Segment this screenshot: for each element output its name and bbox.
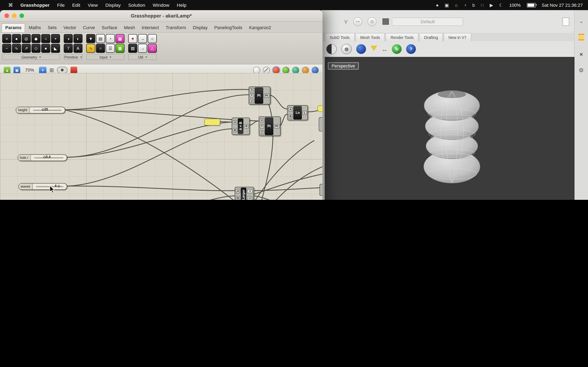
tab-panelingtools[interactable]: PanelingTools	[211, 24, 246, 32]
tab-display[interactable]: Display	[190, 24, 211, 32]
construct-point-component-1[interactable]: XYZ Pt Pt	[249, 86, 270, 104]
tab-new-in-v7[interactable]: New in V7	[444, 33, 471, 41]
group-label-primitive[interactable]: Primitive▾	[64, 54, 82, 60]
app-status-icon-4[interactable]: b	[472, 2, 475, 8]
close-panel-icon[interactable]: ×	[580, 51, 583, 57]
tab-params[interactable]: Params	[1, 23, 25, 32]
util-icon-5[interactable]: →	[138, 44, 147, 53]
larger-than-component[interactable]: AB Larger >>=	[235, 187, 254, 200]
tab-surface[interactable]: Surface	[98, 24, 121, 32]
line-component[interactable]: AB Ln L	[287, 105, 308, 120]
slider-waves[interactable]: waves 4 ◇	[18, 183, 67, 190]
tab-mesh[interactable]: Mesh	[121, 24, 138, 32]
target-circle-icon[interactable]: ◎	[368, 17, 377, 26]
close-window-button[interactable]	[4, 13, 9, 18]
geometry-icon-4[interactable]: ◆	[31, 34, 40, 43]
zoom-extents-icon[interactable]: ⊞	[49, 67, 54, 73]
geometry-icon-7[interactable]: ~	[2, 44, 11, 53]
menubar-clock[interactable]: Sat Nov 27 21:36:27	[542, 2, 583, 8]
save-file-icon[interactable]: ▣	[13, 67, 20, 73]
geometry-icon-3[interactable]: ◎	[22, 34, 31, 43]
input-icon-1[interactable]: ▼	[86, 34, 95, 43]
edge-component-partial[interactable]	[319, 117, 322, 132]
viewport-perspective[interactable]: Perspective	[325, 57, 575, 200]
util-icon-3[interactable]: ○	[148, 34, 157, 43]
input-icon-7[interactable]: ☰	[106, 44, 115, 53]
tab-subd-tools[interactable]: SubD Tools	[325, 33, 355, 41]
geometry-icon-12[interactable]: ◣	[51, 44, 60, 53]
selection-funnel-icon[interactable]	[371, 46, 377, 51]
gh-canvas[interactable]: height ◇25 hole r ◇5.4 waves 4 ◇ Num of …	[0, 73, 323, 200]
input-icon-5[interactable]: ∿	[86, 44, 95, 53]
rendered-sphere-icon[interactable]	[356, 44, 366, 54]
slider-hole-r[interactable]: hole r ◇5.4	[17, 154, 67, 161]
tab-mesh-tools[interactable]: Mesh Tools	[355, 33, 385, 41]
geometry-icon-2[interactable]: ●	[12, 34, 21, 43]
group-label-input[interactable]: Input▾	[86, 54, 124, 60]
play-status-icon[interactable]: ▶	[490, 2, 493, 8]
app-status-icon-2[interactable]: ⌂	[455, 2, 458, 8]
solver-green-icon[interactable]	[282, 67, 290, 74]
gear-icon[interactable]: ⚙	[579, 67, 584, 74]
tab-sets[interactable]: Sets	[44, 24, 60, 32]
menu-help[interactable]: Help	[177, 2, 186, 8]
solver-blue-icon[interactable]	[311, 67, 319, 74]
zoom-level[interactable]: 70%	[23, 67, 36, 73]
construct-point-component-2[interactable]: XYZ Pt Pt	[259, 117, 280, 136]
layer-color-swatch[interactable]	[383, 18, 389, 25]
app-status-icon-1[interactable]: ▣	[445, 2, 449, 8]
panel-component[interactable]	[204, 119, 220, 125]
geometry-icon-10[interactable]: ◇	[31, 44, 40, 53]
paint-tool-icon[interactable]	[70, 67, 77, 73]
preview-off-icon[interactable]	[253, 67, 260, 74]
input-icon-8[interactable]: ▩	[116, 44, 125, 53]
input-icon-2[interactable]: ▤	[96, 34, 105, 43]
history-arrow-icon[interactable]: ↦	[354, 17, 362, 26]
tab-drafting[interactable]: Drafting	[419, 33, 443, 41]
menu-edit[interactable]: Edit	[72, 2, 80, 8]
util-icon-4[interactable]: ▨	[128, 44, 137, 53]
dimension-icon[interactable]: ↔	[382, 46, 388, 52]
panel-menu-icon[interactable]	[578, 34, 584, 40]
preview-shaded-icon[interactable]	[273, 67, 280, 74]
input-icon-3[interactable]: ◔	[106, 34, 115, 43]
tab-vector[interactable]: Vector	[60, 24, 80, 32]
group-label-geometry[interactable]: Geometry▾	[2, 54, 60, 60]
tab-intersect[interactable]: Intersect	[138, 24, 162, 32]
earth-anchor-icon[interactable]: ↻	[392, 44, 402, 54]
viewport-label-perspective[interactable]: Perspective	[328, 62, 359, 70]
geometry-icon-5[interactable]: ○	[41, 34, 50, 43]
open-file-icon[interactable]: ▲	[4, 67, 10, 73]
edge-panel-partial[interactable]	[317, 105, 323, 112]
tab-render-tools[interactable]: Render Tools	[386, 33, 419, 41]
zoom-window-button[interactable]	[20, 13, 24, 18]
geometry-icon-8[interactable]: ∿	[12, 44, 21, 53]
input-icon-4[interactable]: ▦	[116, 34, 125, 43]
tab-kangaroo2[interactable]: Kangaroo2	[246, 24, 274, 32]
collapse-chevron-icon[interactable]: ⌄	[579, 18, 583, 24]
primitive-icon-2[interactable]: ◐	[73, 34, 82, 43]
grid-status-icon[interactable]: ∷	[481, 2, 484, 8]
app-menu[interactable]: Grasshopper	[20, 2, 50, 8]
solver-orange-icon[interactable]	[302, 67, 309, 74]
menu-view[interactable]: View	[88, 2, 98, 8]
layer-name-field[interactable]: Default	[392, 17, 463, 25]
app-status-icon-3[interactable]: ◔	[464, 2, 466, 8]
preview-wireframe-icon[interactable]	[263, 67, 270, 74]
help-icon[interactable]: ?	[406, 44, 416, 54]
shaded-view-icon[interactable]	[326, 44, 337, 54]
primitive-icon-1[interactable]: ◑	[64, 34, 73, 43]
minimize-window-button[interactable]	[12, 13, 17, 18]
input-icon-6[interactable]: ○	[96, 44, 105, 53]
record-icon[interactable]: ●	[436, 2, 439, 8]
gh-titlebar[interactable]: Grasshopper - akariLamp*	[0, 10, 323, 22]
group-label-util[interactable]: Util▾	[128, 54, 157, 60]
menu-display[interactable]: Display	[105, 2, 121, 8]
preview-eye-icon[interactable]	[57, 67, 67, 73]
util-icon-1[interactable]: ♥	[128, 34, 137, 43]
wireframe-sphere-icon[interactable]: ◍	[341, 44, 352, 54]
tab-transform[interactable]: Transform	[162, 24, 190, 32]
menu-window[interactable]: Window	[153, 2, 169, 8]
menu-file[interactable]: File	[57, 2, 65, 8]
zoom-dropdown-icon[interactable]: ▾	[39, 67, 47, 73]
